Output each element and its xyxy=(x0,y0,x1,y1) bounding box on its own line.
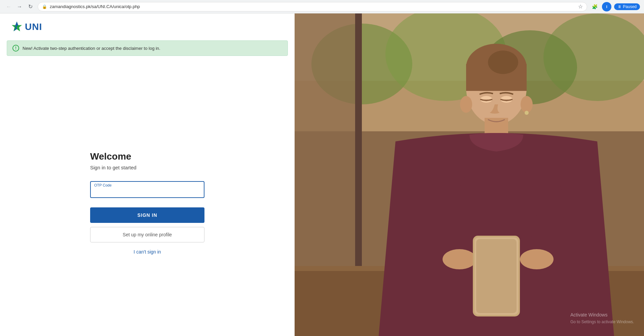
paused-label: Paused xyxy=(623,4,637,9)
address-bar[interactable]: 🔒 ☆ xyxy=(38,2,587,11)
alert-icon: ! xyxy=(12,45,19,52)
svg-text:Go to Settings to activate Win: Go to Settings to activate Windows. xyxy=(570,320,634,324)
back-button[interactable]: ← xyxy=(4,2,13,11)
login-form-inner: Welcome Sign in to get started OTP Code … xyxy=(90,151,204,255)
nav-buttons: ← → ↻ xyxy=(4,2,35,11)
address-input[interactable] xyxy=(50,4,575,9)
svg-text:Activate Windows: Activate Windows xyxy=(570,312,607,317)
sign-in-button[interactable]: SIGN IN xyxy=(90,207,204,223)
otp-label: OTP Code xyxy=(94,183,112,187)
profile-button[interactable]: I xyxy=(602,2,611,11)
alert-banner: ! New! Activate two-step authentication … xyxy=(7,40,288,56)
paused-badge: ⏸ Paused xyxy=(614,3,640,10)
forward-button[interactable]: → xyxy=(15,2,24,11)
browser-chrome: ← → ↻ 🔒 ☆ 🧩 I ⏸ Paused xyxy=(0,0,644,13)
logo-star-icon xyxy=(10,20,24,34)
address-icon: 🔒 xyxy=(42,4,47,9)
svg-rect-25 xyxy=(476,239,517,313)
otp-field-container: OTP Code xyxy=(90,181,204,198)
svg-point-21 xyxy=(443,249,476,269)
browser-actions: 🧩 I ⏸ Paused xyxy=(590,2,640,11)
right-panel: Activate Windows Go to Settings to activ… xyxy=(295,13,644,336)
svg-point-30 xyxy=(525,111,529,115)
alert-text: New! Activate two-step authentication or… xyxy=(23,46,160,51)
setup-profile-button[interactable]: Set up my online profile xyxy=(90,227,204,242)
left-panel: UNI ! New! Activate two-step authenticat… xyxy=(0,13,295,336)
reload-button[interactable]: ↻ xyxy=(26,2,35,11)
extensions-button[interactable]: 🧩 xyxy=(590,2,599,11)
welcome-title: Welcome xyxy=(90,151,204,162)
logo-area: UNI xyxy=(0,13,295,40)
photo-overlay: Activate Windows Go to Settings to activ… xyxy=(295,13,644,336)
cant-sign-in-link[interactable]: I can't sign in xyxy=(90,249,204,255)
svg-point-29 xyxy=(521,96,533,113)
cafe-scene: Activate Windows Go to Settings to activ… xyxy=(295,13,644,336)
svg-point-19 xyxy=(488,51,518,74)
paused-icon: ⏸ xyxy=(617,4,621,9)
login-form-area: Welcome Sign in to get started OTP Code … xyxy=(0,56,295,336)
main-content: UNI ! New! Activate two-step authenticat… xyxy=(0,13,644,336)
welcome-subtitle: Sign in to get started xyxy=(90,165,204,170)
svg-point-28 xyxy=(460,96,472,113)
star-icon[interactable]: ☆ xyxy=(578,3,583,10)
logo: UNI xyxy=(10,20,285,34)
svg-point-22 xyxy=(520,249,554,269)
logo-text: UNI xyxy=(25,22,42,32)
